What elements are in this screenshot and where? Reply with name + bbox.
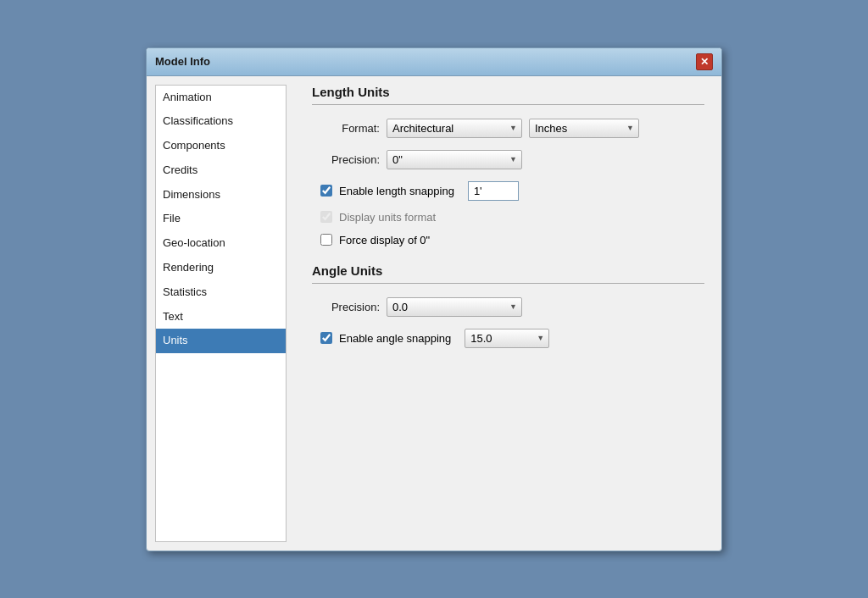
angle-units-divider xyxy=(312,283,704,284)
length-snapping-label: Enable length snapping xyxy=(339,185,454,197)
units-select-wrapper: Inches Feet Millimeters Centimeters Mete… xyxy=(529,119,639,138)
precision-select-wrapper: 0" 0'0" 0'0 1/2" 0'0 1/4" 0'0 1/8" xyxy=(387,150,522,169)
close-button[interactable]: ✕ xyxy=(696,53,713,70)
angle-snapping-label: Enable angle snapping xyxy=(339,332,451,345)
angle-snapping-select-wrapper: 15.0 5.0 1.0 0.5 45.0 90.0 xyxy=(465,329,549,348)
format-row: Format: Architectural Decimal Fractional… xyxy=(312,119,704,138)
angle-precision-label: Precision: xyxy=(312,301,380,313)
sidebar-item-statistics[interactable]: Statistics xyxy=(156,280,286,305)
force-display-row: Force display of 0" xyxy=(312,234,704,246)
precision-row: Precision: 0" 0'0" 0'0 1/2" 0'0 1/4" 0'0… xyxy=(312,150,704,169)
display-units-label: Display units format xyxy=(339,211,436,224)
sidebar-item-file[interactable]: File xyxy=(156,207,286,231)
angle-units-section: Angle Units Precision: 0.0 0.00 0.000 0.… xyxy=(312,263,704,348)
sidebar: Animation Classifications Components Cre… xyxy=(155,85,287,542)
sidebar-item-units[interactable]: Units xyxy=(156,329,286,353)
sidebar-item-components[interactable]: Components xyxy=(156,134,286,158)
length-units-title: Length Units xyxy=(312,85,704,99)
precision-select[interactable]: 0" 0'0" 0'0 1/2" 0'0 1/4" 0'0 1/8" xyxy=(387,150,522,169)
length-snapping-checkbox[interactable] xyxy=(320,185,332,197)
angle-snapping-checkbox[interactable] xyxy=(320,332,332,344)
format-label: Format: xyxy=(312,122,380,135)
angle-precision-select[interactable]: 0.0 0.00 0.000 0.0000 xyxy=(387,297,522,317)
length-units-section: Length Units Format: Architectural Decim… xyxy=(312,85,704,246)
sidebar-item-animation[interactable]: Animation xyxy=(156,86,286,110)
sidebar-item-rendering[interactable]: Rendering xyxy=(156,256,286,280)
dialog-title: Model Info xyxy=(155,55,210,68)
length-snapping-input[interactable] xyxy=(468,181,519,201)
sidebar-item-dimensions[interactable]: Dimensions xyxy=(156,183,286,208)
format-select-wrapper: Architectural Decimal Fractional Enginee… xyxy=(387,119,522,138)
force-display-checkbox[interactable] xyxy=(320,234,332,246)
main-content: Length Units Format: Architectural Decim… xyxy=(295,76,721,551)
sidebar-item-geo-location[interactable]: Geo-location xyxy=(156,231,286,256)
format-select[interactable]: Architectural Decimal Fractional Enginee… xyxy=(387,119,522,138)
angle-precision-row: Precision: 0.0 0.00 0.000 0.0000 xyxy=(312,297,704,317)
display-units-row: Display units format xyxy=(312,211,704,224)
dialog-body: Animation Classifications Components Cre… xyxy=(147,76,721,551)
angle-units-title: Angle Units xyxy=(312,263,704,278)
force-display-label: Force display of 0" xyxy=(339,234,430,246)
sidebar-item-text[interactable]: Text xyxy=(156,305,286,329)
sidebar-item-credits[interactable]: Credits xyxy=(156,158,286,183)
display-units-checkbox xyxy=(320,211,332,223)
model-info-dialog: Model Info ✕ Animation Classifications C… xyxy=(146,47,722,551)
length-units-divider xyxy=(312,104,704,105)
length-snapping-row: Enable length snapping xyxy=(312,181,704,201)
precision-label: Precision: xyxy=(312,153,380,166)
angle-snapping-select[interactable]: 15.0 5.0 1.0 0.5 45.0 90.0 xyxy=(465,329,549,348)
angle-precision-select-wrapper: 0.0 0.00 0.000 0.0000 xyxy=(387,297,522,317)
sidebar-item-classifications[interactable]: Classifications xyxy=(156,109,286,134)
units-select[interactable]: Inches Feet Millimeters Centimeters Mete… xyxy=(529,119,639,138)
angle-snapping-row: Enable angle snapping 15.0 5.0 1.0 0.5 4… xyxy=(312,329,704,348)
title-bar: Model Info ✕ xyxy=(147,48,721,76)
